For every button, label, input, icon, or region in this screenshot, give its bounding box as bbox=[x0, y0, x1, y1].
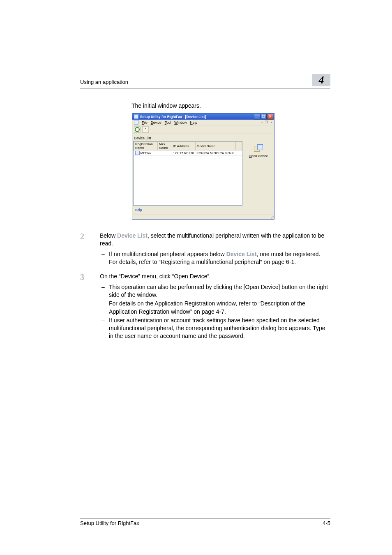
step-3-text: On the “Device” menu, click “Open Device… bbox=[100, 273, 330, 280]
menubar: File Device Tool Window Help – ❐ × bbox=[132, 120, 274, 125]
page: Using an application 4 The initial windo… bbox=[0, 0, 392, 555]
mdi-close-button[interactable]: × bbox=[270, 120, 272, 124]
cell-registration-name: MFP01 bbox=[141, 151, 151, 155]
menu-help[interactable]: Help bbox=[190, 120, 197, 125]
step-2-text: Below Device List, select the multifunct… bbox=[100, 232, 330, 248]
app-icon bbox=[134, 114, 138, 119]
col-nick-name[interactable]: Nick Name bbox=[158, 142, 172, 150]
step-number: 2 bbox=[80, 232, 100, 267]
page-footer: Setup Utility for RightFax 4-5 bbox=[80, 518, 330, 526]
open-device-icon[interactable] bbox=[254, 144, 263, 153]
app-window: Setup Utility for RightFax - [Device Lis… bbox=[132, 113, 274, 220]
step-3-sub-2: For details on the Application Registrat… bbox=[100, 300, 330, 316]
cell-nick-name bbox=[158, 150, 172, 156]
delete-icon bbox=[143, 128, 148, 131]
mdi-icon bbox=[134, 120, 138, 125]
intro-text: The initial window appears. bbox=[131, 102, 330, 109]
mdi-restore-button[interactable]: ❐ bbox=[265, 120, 268, 124]
device-list-label: Device List bbox=[133, 135, 273, 141]
cell-ip-address: 172.17.67.228 bbox=[172, 150, 195, 156]
delete-button[interactable] bbox=[142, 126, 149, 133]
cell-model-name: KONICA MINOLTA bizhub bbox=[195, 150, 235, 156]
refresh-button[interactable] bbox=[134, 126, 141, 133]
step-3-sub-3: If user authentication or account track … bbox=[100, 317, 330, 340]
statusbar bbox=[132, 215, 274, 219]
step-2: 2 Below Device List, select the multifun… bbox=[80, 232, 330, 267]
close-button[interactable]: ✕ bbox=[267, 114, 273, 120]
menu-file[interactable]: File bbox=[142, 120, 148, 125]
footer-title: Setup Utility for RightFax bbox=[80, 520, 139, 526]
client-area: Device List Registration Name Nick Name … bbox=[132, 134, 274, 215]
chapter-number: 4 bbox=[312, 74, 330, 86]
section-title: Using an application bbox=[80, 74, 128, 85]
side-panel: Open Device bbox=[244, 141, 273, 206]
table-row[interactable]: MFP01 172.17.67.228 KONICA MINOLTA bizhu… bbox=[134, 150, 242, 156]
menu-tool[interactable]: Tool bbox=[165, 120, 171, 125]
steps: 2 Below Device List, select the multifun… bbox=[80, 232, 330, 341]
footer-page: 4-5 bbox=[323, 520, 330, 526]
ui-ref-device-list: Device List bbox=[117, 232, 148, 239]
menu-device[interactable]: Device bbox=[151, 120, 161, 125]
device-list[interactable]: Registration Name Nick Name IP Address M… bbox=[133, 141, 242, 206]
help-link[interactable]: Help bbox=[133, 206, 143, 213]
minimize-button[interactable]: – bbox=[254, 114, 260, 120]
step-2-sub-1: If no multifunctional peripheral appears… bbox=[100, 250, 330, 266]
col-registration-name[interactable]: Registration Name bbox=[134, 142, 158, 150]
step-3: 3 On the “Device” menu, click “Open Devi… bbox=[80, 273, 330, 341]
window-title: Setup Utility for RightFax - [Device Lis… bbox=[140, 115, 206, 119]
titlebar: Setup Utility for RightFax - [Device Lis… bbox=[132, 113, 274, 120]
step-3-sub-1: This operation can also be performed by … bbox=[100, 283, 330, 299]
page-header: Using an application 4 bbox=[80, 74, 330, 88]
ui-ref-device-list: Device List bbox=[226, 251, 257, 257]
step-number: 3 bbox=[80, 273, 100, 341]
menu-window[interactable]: Window bbox=[174, 120, 187, 125]
mdi-minimize-button[interactable]: – bbox=[261, 120, 263, 124]
toolbar bbox=[132, 125, 274, 134]
device-icon bbox=[135, 151, 140, 155]
open-device-button[interactable]: Open Device bbox=[249, 154, 268, 158]
maximize-button[interactable]: ❐ bbox=[261, 114, 267, 120]
col-model-name[interactable]: Model Name bbox=[195, 142, 235, 150]
col-ip-address[interactable]: IP Address bbox=[172, 142, 195, 150]
refresh-icon bbox=[135, 127, 140, 132]
col-spacer bbox=[236, 142, 242, 150]
